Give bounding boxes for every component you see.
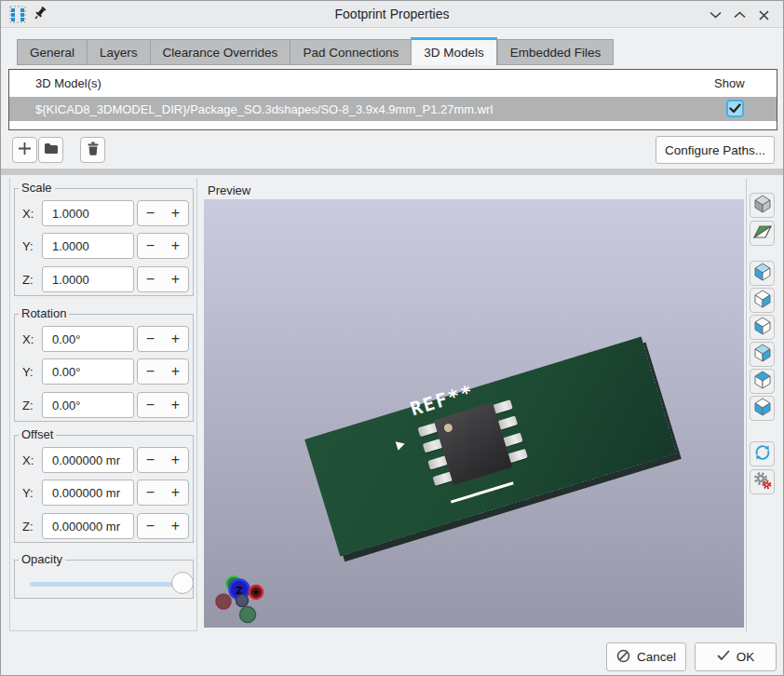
scale-x-input[interactable]: 1.0000: [42, 200, 134, 226]
close-icon[interactable]: [753, 5, 774, 25]
scale-x-stepper: − +: [137, 200, 189, 226]
gears-icon: [753, 471, 772, 493]
configure-paths-label: Configure Paths...: [665, 143, 765, 157]
minus-icon[interactable]: −: [138, 234, 163, 258]
rotation-group-title: Rotation: [19, 306, 69, 320]
opacity-group: Opacity: [14, 560, 194, 599]
plus-icon[interactable]: +: [163, 448, 188, 472]
plus-icon[interactable]: +: [163, 327, 188, 351]
rotation-y-input[interactable]: 0.00°: [42, 358, 134, 385]
offset-y-input[interactable]: 0.000000 mr: [42, 480, 134, 506]
offset-y-stepper: − +: [137, 480, 189, 506]
footprint-properties-dialog: Footprint Properties General Layers Clea…: [0, 0, 784, 676]
orthographic-cube-icon: [752, 194, 773, 217]
scale-y-label: Y:: [22, 239, 43, 253]
rotation-group: Rotation X: 0.00° − + Y: 0.00° − + Z: 0.…: [14, 314, 194, 422]
rotation-x-stepper: − +: [137, 326, 189, 352]
projection-toggle-button[interactable]: [750, 193, 775, 218]
rotation-y-label: Y:: [22, 365, 43, 379]
minus-icon[interactable]: −: [138, 480, 163, 505]
offset-z-input[interactable]: 0.000000 mr: [42, 513, 134, 539]
tab-embedded-files[interactable]: Embedded Files: [497, 39, 615, 65]
rotation-z-input[interactable]: 0.00°: [42, 392, 134, 418]
refresh-icon: [753, 443, 772, 465]
minus-icon[interactable]: −: [138, 201, 163, 225]
view-left-cube-icon: [752, 262, 773, 285]
check-icon: [717, 650, 730, 664]
tab-clearance-overrides[interactable]: Clearance Overrides: [150, 39, 291, 65]
preview-viewport[interactable]: REF** Z: [204, 199, 744, 628]
preview-settings-button[interactable]: [750, 469, 775, 494]
tab-bar: General Layers Clearance Overrides Pad C…: [17, 39, 614, 65]
view-bottom-button[interactable]: [750, 396, 775, 421]
scale-z-stepper: − +: [137, 266, 189, 292]
scale-y-input[interactable]: 1.0000: [42, 233, 134, 259]
cancel-icon: [616, 649, 630, 666]
minus-icon[interactable]: −: [138, 267, 163, 291]
ok-button[interactable]: OK: [695, 642, 777, 671]
rotation-z-label: Z:: [22, 399, 43, 412]
offset-x-stepper: − +: [137, 447, 189, 473]
cancel-button[interactable]: Cancel: [606, 642, 686, 671]
rotation-y-stepper: − +: [137, 358, 189, 385]
configure-paths-button[interactable]: Configure Paths...: [656, 136, 775, 164]
maximize-icon[interactable]: [729, 5, 750, 25]
scale-group-title: Scale: [19, 181, 55, 195]
window-title: Footprint Properties: [1, 7, 783, 21]
column-header-show: Show: [714, 76, 745, 90]
rotation-x-input[interactable]: 0.00°: [42, 326, 134, 352]
minus-icon[interactable]: −: [138, 448, 163, 472]
plus-icon[interactable]: +: [163, 201, 188, 225]
delete-model-button[interactable]: [80, 137, 105, 163]
splitter-handle[interactable]: [1, 169, 783, 175]
scale-z-label: Z:: [22, 273, 43, 287]
board-body-icon: [752, 222, 773, 245]
view-top-cube-icon: [752, 370, 773, 393]
rotation-z-stepper: − +: [137, 392, 189, 418]
offset-z-label: Z:: [22, 520, 43, 534]
view-top-button[interactable]: [750, 369, 775, 394]
view-back-cube-icon: [752, 343, 773, 366]
plus-icon[interactable]: +: [163, 514, 188, 538]
tab-general[interactable]: General: [17, 39, 87, 65]
view-right-cube-icon: [752, 289, 773, 312]
rotation-x-label: X:: [22, 332, 43, 346]
view-right-button[interactable]: [750, 288, 775, 313]
add-model-button[interactable]: [12, 137, 37, 163]
browse-model-button[interactable]: [38, 137, 63, 163]
folder-icon: [44, 142, 59, 157]
minus-icon[interactable]: −: [138, 393, 163, 417]
minus-icon[interactable]: −: [138, 327, 163, 351]
trash-icon: [87, 142, 100, 158]
board-body-toggle-button[interactable]: [750, 221, 775, 246]
minus-icon[interactable]: −: [138, 514, 163, 538]
tab-3d-models[interactable]: 3D Models: [411, 37, 497, 65]
view-back-button[interactable]: [750, 342, 775, 367]
plus-icon[interactable]: +: [163, 267, 188, 291]
axis-orientation-gizmo[interactable]: Z: [211, 572, 277, 624]
offset-x-input[interactable]: 0.000000 mr: [42, 447, 134, 473]
plus-icon[interactable]: +: [163, 359, 188, 384]
minus-icon[interactable]: −: [138, 359, 163, 384]
plus-icon[interactable]: +: [163, 234, 188, 258]
reload-model-button[interactable]: [750, 441, 775, 466]
preview-toolbar-separator: [746, 178, 747, 631]
model-path[interactable]: ${KICAD8_3DMODEL_DIR}/Package_SO.3dshape…: [35, 102, 493, 116]
show-checkbox[interactable]: [726, 100, 744, 117]
plus-icon[interactable]: +: [163, 480, 188, 505]
minimize-icon[interactable]: [705, 5, 725, 25]
opacity-slider-handle[interactable]: [171, 572, 194, 594]
opacity-slider-track[interactable]: [30, 582, 188, 587]
title-bar[interactable]: Footprint Properties: [1, 1, 783, 28]
tab-layers[interactable]: Layers: [87, 39, 150, 65]
ok-label: OK: [737, 650, 755, 664]
plus-icon[interactable]: +: [163, 393, 188, 417]
model-table-row[interactable]: ${KICAD8_3DMODEL_DIR}/Package_SO.3dshape…: [9, 97, 777, 121]
view-left-button[interactable]: [750, 261, 775, 286]
offset-group-title: Offset: [19, 427, 56, 441]
scale-z-input[interactable]: 1.0000: [42, 266, 134, 292]
offset-group: Offset X: 0.000000 mr − + Y: 0.000000 mr…: [14, 435, 194, 543]
tab-pad-connections[interactable]: Pad Connections: [290, 39, 411, 65]
view-front-button[interactable]: [750, 315, 775, 340]
offset-y-label: Y:: [22, 486, 43, 500]
